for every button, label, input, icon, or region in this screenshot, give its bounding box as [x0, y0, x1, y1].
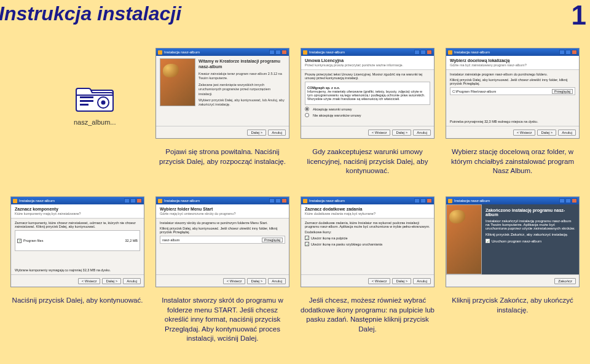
installer-license-window: Instalacja nasz-album Umowa Licencyjna P… [301, 48, 435, 139]
minimize-icon[interactable] [559, 50, 565, 55]
desktop-icon-checkbox[interactable]: ✓ [305, 236, 309, 240]
welcome-heading: Witamy w Kreatorze instalacji programu n… [199, 58, 285, 70]
maximize-icon[interactable] [420, 50, 426, 55]
radio-reject-label: Nie akceptuję warunków umowy [313, 114, 361, 117]
caption-step2: Pojawi się strona powitalna. Naciśnij pr… [155, 147, 290, 166]
next-button[interactable]: Dalej > [392, 278, 411, 284]
dest-path-input[interactable]: C:\Program Files\nasz-album [452, 90, 496, 93]
cancel-button[interactable]: Anuluj [268, 278, 286, 284]
close-icon[interactable] [281, 198, 287, 203]
page-number: 1 [572, 0, 586, 31]
minimize-icon[interactable] [269, 50, 275, 55]
cancel-button[interactable]: Anuluj [558, 130, 576, 136]
back-button[interactable]: < Wstecz [513, 130, 536, 136]
dest-subheading: Gdzie ma być zainstalowany program nasz-… [450, 63, 575, 67]
maximize-icon[interactable] [275, 50, 281, 55]
back-button[interactable]: < Wstecz [223, 278, 246, 284]
app-icon [448, 50, 452, 55]
installer-welcome-window: Instalacja nasz-album Witamy w Kreatorze… [155, 48, 289, 139]
window-title: Instalacja nasz-album [19, 199, 55, 203]
maximize-icon[interactable] [565, 198, 571, 203]
titlebar: Instalacja nasz-album [301, 197, 434, 204]
finish-body1: Instalator zakończył instalację programu… [486, 219, 575, 230]
tasks-group-label: Dodatkowe ikony: [305, 230, 430, 234]
installer-components-window: Instalacja nasz-album Zaznacz komponenty… [10, 196, 144, 287]
dest-heading: Wybierz docelową lokalizację [450, 58, 575, 63]
welcome-body2: Zalecane jest zamknięcie wszystkich inny… [199, 83, 285, 96]
comp-heading: Zaznacz komponenty [15, 207, 140, 211]
window-title: Instalacja nasz-album [454, 50, 490, 54]
titlebar: Instalacja nasz-album [446, 197, 579, 204]
app-icon [448, 199, 452, 203]
quicklaunch-checkbox[interactable]: ✓ [305, 242, 309, 246]
back-button[interactable]: < Wstecz [78, 278, 101, 284]
component-checkbox[interactable]: ✓ [17, 239, 22, 243]
caption-step7: Jeśli chcesz, możesz również wybrać doda… [300, 296, 435, 334]
window-title: Instalacja nasz-album [309, 199, 345, 203]
license-intro: Proszę przeczytać tekst Umowy Licencyjne… [305, 72, 430, 80]
next-button[interactable]: Dalej > [247, 130, 266, 136]
comp-disk-note: Wybrane komponenty wymagają co najmniej … [15, 268, 140, 272]
installer-destination-window: Instalacja nasz-album Wybierz docelową l… [446, 48, 580, 139]
page-title: Instrukcja instalacji [0, 2, 181, 25]
caption-step8: Kliknij przycisk Zakończ, aby ukończyć i… [445, 296, 580, 315]
dest-disk-note: Potrzeba przynajmniej 32,3 MB wolnego mi… [450, 120, 575, 123]
maximize-icon[interactable] [275, 198, 281, 203]
app-icon [158, 50, 162, 55]
close-icon[interactable] [572, 198, 577, 203]
maximize-icon[interactable] [565, 50, 571, 55]
cancel-button[interactable]: Anuluj [268, 130, 286, 136]
caption-step5: Naciśnij przycisk Dalej, aby kontynuować… [10, 296, 145, 306]
installer-tasks-window: Instalacja nasz-album Zaznacz dodatkowe … [301, 196, 435, 287]
sm-heading: Wybierz folder Menu Start [160, 207, 285, 211]
browse-button[interactable]: Przeglądaj [552, 89, 573, 94]
sm-subheading: Gdzie mają być umieszczone skróty do pro… [160, 212, 285, 215]
window-title: Instalacja nasz-album [454, 199, 490, 203]
cancel-button[interactable]: Anuluj [413, 278, 431, 284]
dest-body2: Kliknij przycisk Dalej, aby kontynuować.… [450, 78, 575, 85]
quicklaunch-label: Utwórz ikonę na pasku szybkiego uruchami… [311, 242, 382, 246]
next-button[interactable]: Dalej > [102, 278, 121, 284]
radio-accept[interactable] [305, 107, 309, 111]
next-button[interactable]: Dalej > [247, 278, 266, 284]
wizard-side-image [446, 204, 482, 274]
sm-body2: Kliknij przycisk Dalej, aby kontynuować.… [160, 227, 285, 234]
minimize-icon[interactable] [269, 198, 275, 203]
close-icon[interactable] [281, 50, 287, 55]
radio-accept-label: Akceptuję warunki umowy [313, 107, 352, 111]
installer-startmenu-window: Instalacja nasz-album Wybierz folder Men… [155, 196, 289, 287]
component-name: Program files [23, 239, 43, 242]
titlebar: Instalacja nasz-album [446, 48, 579, 56]
close-icon[interactable] [136, 198, 142, 203]
sm-path-input[interactable]: nasz-album [162, 238, 179, 242]
back-button[interactable]: < Wstecz [368, 130, 391, 136]
cancel-button[interactable]: Anuluj [413, 130, 431, 136]
close-icon[interactable] [427, 198, 432, 203]
browse-button[interactable]: Przeglądaj [262, 238, 283, 242]
minimize-icon[interactable] [124, 198, 130, 203]
dest-body1: Instalator zainstaluje program nasz-albu… [450, 72, 575, 76]
comp-body: Zaznacz komponenty, które chcesz zainsta… [15, 221, 140, 228]
welcome-body1: Kreator zainstaluje teraz program nasz-a… [199, 72, 285, 81]
minimize-icon[interactable] [414, 50, 420, 55]
close-icon[interactable] [427, 50, 432, 55]
maximize-icon[interactable] [130, 198, 136, 203]
minimize-icon[interactable] [559, 198, 565, 203]
maximize-icon[interactable] [420, 198, 426, 203]
launch-checkbox[interactable]: ✓ [486, 239, 490, 243]
tasks-heading: Zaznacz dodatkowe zadania [305, 207, 430, 211]
desktop-icon-label: Utwórz ikonę na pulpicie [311, 236, 348, 240]
finish-button[interactable]: Zakończ [554, 278, 576, 284]
close-icon[interactable] [572, 50, 577, 55]
minimize-icon[interactable] [414, 198, 420, 203]
radio-reject[interactable] [305, 113, 309, 117]
cancel-button[interactable]: Anuluj [123, 278, 141, 284]
sm-body1: Instalator stworzy skróty do programu w … [160, 221, 285, 225]
next-button[interactable]: Dalej > [537, 130, 556, 136]
caption-step4: Wybierz stację docelową oraz folder, w k… [445, 147, 580, 176]
finish-heading: Zakończono instalację programu nasz-albu… [486, 208, 575, 217]
tasks-subheading: Które dodatkowe zadania mają być wykonan… [305, 212, 430, 215]
back-button[interactable]: < Wstecz [368, 278, 391, 284]
license-subheading: Przed kontynuacją proszę przeczytać poni… [305, 63, 430, 67]
next-button[interactable]: Dalej > [392, 130, 411, 136]
